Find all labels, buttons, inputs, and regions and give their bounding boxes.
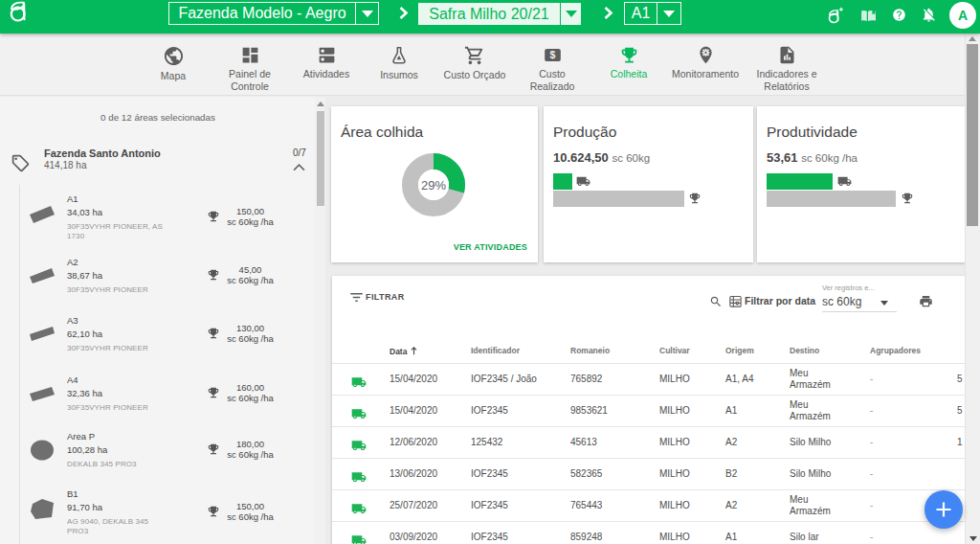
svg-text:$: $ — [549, 49, 555, 60]
svg-text:29%: 29% — [421, 178, 446, 193]
